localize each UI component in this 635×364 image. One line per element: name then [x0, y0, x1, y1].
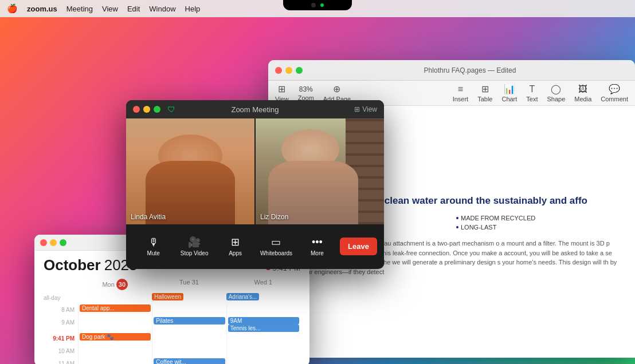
toolbar-zoom[interactable]: 83% Zoom [298, 85, 314, 101]
dental-appointment-event[interactable]: Dental app... [80, 304, 151, 312]
cal-day-mon: Mon 30 [78, 278, 152, 291]
menubar-help[interactable]: Help [185, 5, 201, 13]
bullet-label: LONG-LAST [461, 224, 496, 231]
menubar-window[interactable]: Window [149, 5, 175, 13]
shape-icon: ◯ [551, 84, 561, 94]
pilates-event[interactable]: Pilates [154, 317, 225, 325]
pages-window-title: Phlothru FAQ.pages — Edited [312, 66, 628, 74]
calendar-minimize-button[interactable] [50, 239, 57, 246]
zoom-more-button[interactable]: ••• More [297, 236, 338, 256]
toolbar-comment-label: Comment [601, 96, 628, 102]
cell-10am-wed [226, 345, 300, 358]
zoom-fullscreen-button[interactable] [154, 106, 160, 113]
toolbar-text[interactable]: T Text [526, 84, 538, 102]
coffee-event[interactable]: Coffee wit... [154, 358, 225, 364]
tennis-event[interactable]: Tennis les... [228, 325, 299, 332]
calendar-close-button[interactable] [40, 239, 47, 246]
toolbar-insert[interactable]: ≡ Insert [453, 84, 469, 102]
zoom-view-label: View [362, 105, 377, 113]
bullet-dot [456, 226, 458, 228]
zoom-mute-button[interactable]: 🎙 Mute [133, 236, 174, 256]
more-icon: ••• [312, 236, 323, 248]
bullet-longlast: LONG-LAST [456, 224, 619, 231]
time-9am: 9 AM [44, 316, 78, 333]
chart-icon: 📊 [504, 84, 515, 94]
cell-8am-wed [226, 304, 300, 316]
zoom-window: 🛡 Zoom Meeting ⊞ View Linda Avitia Liz D… [126, 100, 384, 269]
toolbar-table[interactable]: ⊞ Table [477, 84, 492, 102]
apps-label: Apps [229, 250, 242, 256]
cell-11am-mon [78, 358, 152, 364]
all-day-mon [78, 294, 152, 303]
cell-9am-tue: Pilates [152, 316, 226, 333]
cal-day-wed: Wed 1 [226, 278, 300, 291]
bullet-label: MADE FROM RECYCLED [461, 215, 535, 221]
zoom-close-button[interactable] [133, 106, 140, 113]
apple-menu[interactable]: 🍎 [7, 3, 18, 14]
pages-window-controls [275, 67, 303, 74]
toolbar-media[interactable]: 🖼 Media [574, 84, 591, 102]
zoom-grid-icon: ⊞ [354, 105, 360, 113]
menubar-app-name[interactable]: zoom.us [27, 5, 57, 13]
time-11am: 11 AM [44, 358, 78, 364]
cell-11am-wed [226, 358, 300, 364]
camera-indicator-light [320, 3, 324, 7]
calendar-month: October [44, 256, 101, 274]
camera-lens [311, 3, 316, 7]
zoom-video-tiles: Linda Avitia Liz Dizon [126, 118, 384, 224]
camera-notch [283, 0, 352, 10]
whiteboards-icon: ▭ [271, 236, 281, 248]
toolbar-comment[interactable]: 💬 Comment [601, 84, 628, 102]
zoom-window-title: Zoom Meeting [231, 105, 279, 114]
zoom-leave-button[interactable]: Leave [340, 238, 377, 255]
all-day-wed: Adriana's... [226, 294, 300, 303]
time-941pm: 9:41 PM [44, 333, 78, 345]
video-tile-liz: Liz Dizon [256, 118, 384, 224]
zoom-stop-video-button[interactable]: 🎥 Stop Video [174, 236, 214, 256]
whiteboards-label: Whiteboards [260, 250, 292, 256]
pages-close-button[interactable] [275, 67, 282, 74]
pages-minimize-button[interactable] [285, 67, 292, 74]
zoom-minimize-button[interactable] [143, 106, 150, 113]
time-10am: 10 AM [44, 345, 78, 358]
pages-titlebar: Phlothru FAQ.pages — Edited [268, 60, 635, 81]
video-tile-linda: Linda Avitia [126, 118, 254, 224]
menubar-meeting[interactable]: Meeting [66, 5, 93, 13]
participant-name-linda: Linda Avitia [131, 213, 166, 221]
toolbar-chart-label: Chart [501, 96, 517, 102]
participant-name-liz: Liz Dizon [260, 213, 288, 221]
toolbar-text-label: Text [526, 96, 538, 102]
pages-fullscreen-button[interactable] [296, 67, 303, 74]
zoom-controls-bar: 🎙 Mute 🎥 Stop Video ⊞ Apps ▭ Whiteboards… [126, 224, 384, 268]
adriana-event[interactable]: Adriana's... [226, 293, 260, 300]
mute-label: Mute [147, 250, 160, 256]
dog-park-event[interactable]: Dog park 🐾 [80, 333, 151, 341]
cell-8am-tue [152, 304, 226, 316]
calendar-window-controls [40, 239, 66, 246]
zoom-security-shield: 🛡 [167, 105, 175, 114]
calendar-fullscreen-button[interactable] [60, 239, 66, 246]
zoom-view-button[interactable]: ⊞ View [354, 105, 377, 113]
time-8am: 8 AM [44, 304, 78, 316]
cell-9am-wed: 9AM Tennis les... [226, 316, 300, 333]
text-icon: T [530, 84, 535, 94]
toolbar-insert-label: Insert [453, 96, 469, 102]
zoom-apps-button[interactable]: ⊞ Apps [215, 236, 256, 256]
cell-10am-tue [152, 345, 226, 358]
menubar-edit[interactable]: Edit [127, 5, 140, 13]
cell-8am-mon: Dental app... [78, 304, 152, 316]
toolbar-shape[interactable]: ◯ Shape [547, 84, 566, 102]
toolbar-chart[interactable]: 📊 Chart [501, 84, 517, 102]
menubar-view[interactable]: View [102, 5, 118, 13]
tennis-9am-event[interactable]: 9AM [228, 317, 299, 325]
toolbar-shape-label: Shape [547, 96, 566, 102]
table-icon: ⊞ [481, 84, 489, 94]
halloween-event[interactable]: Halloween [152, 293, 183, 300]
add-page-icon: ⊕ [333, 84, 340, 94]
stop-video-icon: 🎥 [188, 236, 201, 248]
media-icon: 🖼 [578, 84, 587, 94]
cell-941-tue [152, 333, 226, 345]
zoom-whiteboards-button[interactable]: ▭ Whiteboards [256, 236, 296, 256]
more-label: More [311, 250, 324, 256]
cell-941-mon: Dog park 🐾 [78, 333, 152, 345]
